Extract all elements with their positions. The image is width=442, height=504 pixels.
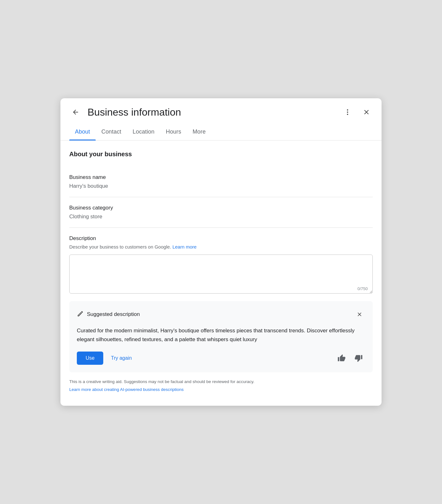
footer-disclaimer: This is a creative writing aid. Suggesti…	[69, 379, 254, 384]
suggested-title: Suggested description	[87, 311, 140, 318]
header-left: Business information	[69, 106, 181, 118]
feedback-buttons	[335, 352, 365, 365]
suggested-header: Suggested description	[77, 309, 365, 320]
ai-pen-icon	[77, 310, 84, 319]
suggested-actions-left: Use Try again	[77, 352, 134, 365]
svg-point-2	[347, 114, 348, 115]
try-again-button[interactable]: Try again	[108, 352, 134, 365]
business-name-label: Business name	[69, 174, 373, 180]
business-category-value: Clothing store	[69, 214, 373, 220]
suggested-text: Curated for the modern minimalist, Harry…	[77, 326, 365, 344]
suggested-title-row: Suggested description	[77, 310, 140, 319]
business-category-label: Business category	[69, 205, 373, 211]
business-name-block: Business name Harry's boutique	[69, 167, 373, 197]
use-button[interactable]: Use	[77, 352, 103, 365]
section-title: About your business	[69, 151, 373, 158]
description-hint: Describe your business to customers on G…	[69, 244, 373, 249]
description-hint-text: Describe your business to customers on G…	[69, 244, 171, 249]
description-textarea[interactable]	[69, 255, 373, 294]
description-label: Description	[69, 235, 373, 242]
description-block: Description Describe your business to cu…	[69, 228, 373, 396]
business-name-value: Harry's boutique	[69, 183, 373, 189]
footer-link[interactable]: Learn more about creating AI-powered bus…	[69, 387, 373, 393]
suggested-actions: Use Try again	[77, 352, 365, 365]
tab-more[interactable]: More	[187, 123, 212, 140]
content-area: About your business Business name Harry'…	[60, 140, 382, 406]
footer-text-block: This is a creative writing aid. Suggesti…	[69, 379, 373, 396]
tab-hours[interactable]: Hours	[160, 123, 187, 140]
svg-point-1	[347, 112, 348, 113]
modal-container: Business information About Contact Locat…	[60, 98, 382, 406]
business-category-block: Business category Clothing store	[69, 197, 373, 228]
textarea-wrapper: 0/750	[69, 255, 373, 295]
tab-location[interactable]: Location	[127, 123, 160, 140]
svg-point-0	[347, 109, 348, 111]
tabs-bar: About Contact Location Hours More	[60, 123, 382, 140]
close-suggested-button[interactable]	[354, 309, 365, 320]
header: Business information	[60, 98, 382, 123]
thumbs-up-button[interactable]	[335, 352, 348, 365]
close-button[interactable]	[360, 106, 373, 118]
learn-more-link[interactable]: Learn more	[173, 244, 197, 249]
tab-about[interactable]: About	[69, 123, 96, 140]
page-title: Business information	[88, 106, 181, 118]
more-options-button[interactable]	[341, 106, 354, 118]
back-button[interactable]	[69, 106, 82, 118]
thumbs-down-button[interactable]	[352, 352, 365, 365]
suggested-description-card: Suggested description Curated for the mo…	[69, 301, 373, 372]
header-right	[341, 106, 373, 118]
tab-contact[interactable]: Contact	[96, 123, 127, 140]
